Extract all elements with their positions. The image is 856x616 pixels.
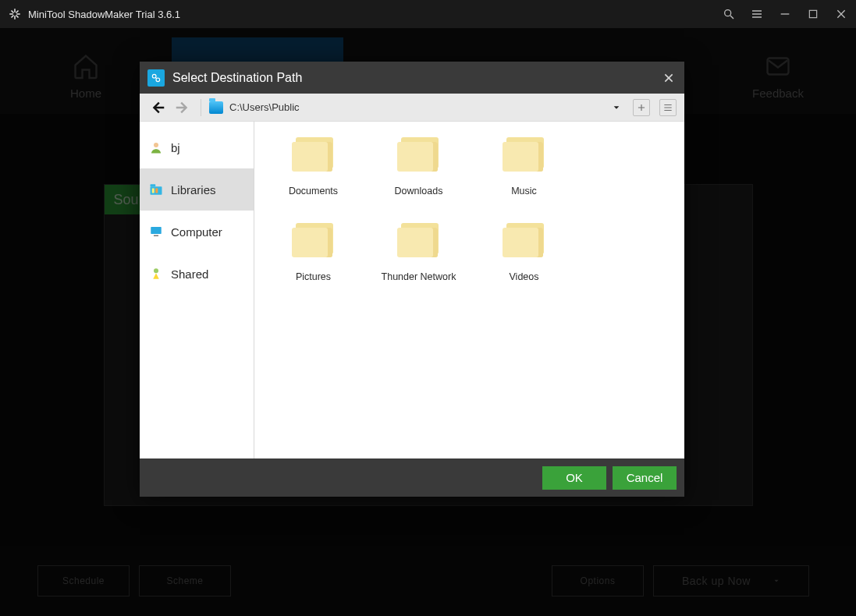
svg-rect-10 — [152, 189, 155, 193]
svg-point-7 — [154, 143, 158, 147]
folder-label: Music — [511, 186, 537, 196]
user-icon — [149, 140, 163, 154]
folder-videos[interactable]: Videos — [471, 218, 577, 304]
libraries-icon — [149, 182, 163, 196]
svg-rect-11 — [155, 189, 158, 193]
home-icon — [72, 52, 100, 80]
nav-back-button[interactable] — [147, 97, 168, 118]
folder-label: Thunder Network — [382, 271, 456, 282]
cancel-button[interactable]: Cancel — [613, 466, 677, 490]
folder-icon — [397, 223, 441, 257]
options-button[interactable]: Options — [552, 565, 644, 597]
nav-forward-button[interactable] — [172, 97, 193, 118]
close-icon[interactable] — [834, 7, 848, 21]
toolbar-separator — [201, 99, 201, 116]
path-dropdown-button[interactable] — [613, 104, 620, 112]
search-icon[interactable] — [722, 7, 736, 21]
bottom-bar: Schedule Scheme Options Back up Now — [0, 546, 856, 616]
folder-icon — [209, 101, 223, 114]
folder-label: Videos — [510, 271, 539, 282]
chevron-down-icon — [773, 577, 780, 585]
dialog-title: Select Destination Path — [172, 71, 661, 85]
sidebar-item-computer[interactable]: Computer — [140, 211, 254, 253]
dialog-toolbar: C:\Users\Public — [140, 94, 684, 122]
dialog-body: bj Libraries Computer Shared — [140, 122, 684, 458]
dialog-icon — [147, 69, 165, 87]
svg-rect-3 — [809, 10, 816, 17]
folder-icon — [292, 137, 336, 172]
maximize-icon[interactable] — [806, 7, 820, 21]
dialog-footer: OK Cancel — [140, 458, 684, 497]
folder-icon — [503, 137, 546, 172]
svg-rect-13 — [154, 235, 158, 237]
menu-icon[interactable] — [750, 7, 764, 21]
svg-point-0 — [725, 10, 731, 16]
sidebar-item-shared[interactable]: Shared — [140, 253, 254, 295]
tab-feedback[interactable]: Feedback — [723, 37, 833, 114]
folder-label: Documents — [289, 186, 338, 196]
folder-music[interactable]: Music — [471, 133, 577, 218]
folder-documents[interactable]: Documents — [261, 133, 366, 218]
folder-label: Pictures — [296, 271, 331, 282]
new-folder-button[interactable] — [633, 99, 650, 116]
folder-downloads[interactable]: Downloads — [366, 133, 471, 218]
folder-icon — [292, 223, 336, 257]
folder-thunder-network[interactable]: Thunder Network — [366, 218, 471, 304]
svg-point-5 — [152, 74, 156, 78]
select-destination-dialog: Select Destination Path C:\Users\Public — [140, 62, 684, 497]
shared-icon — [149, 267, 163, 281]
folder-icon — [397, 137, 441, 172]
tab-home-label: Home — [70, 87, 101, 100]
backup-now-button[interactable]: Back up Now — [653, 565, 809, 597]
sidebar-item-user[interactable]: bj — [140, 126, 254, 168]
folder-icon — [503, 223, 546, 257]
window-controls — [722, 7, 848, 21]
computer-icon — [149, 225, 163, 239]
path-text: C:\Users\Public — [229, 101, 300, 113]
sidebar-item-label: Libraries — [171, 183, 216, 196]
sidebar-item-label: Shared — [171, 267, 208, 281]
path-display[interactable]: C:\Users\Public — [209, 101, 608, 114]
sidebar-item-label: Computer — [171, 225, 222, 239]
app-logo-icon — [8, 7, 22, 21]
folder-pictures[interactable]: Pictures — [261, 218, 366, 304]
backup-now-label: Back up Now — [682, 575, 751, 587]
svg-point-14 — [154, 268, 158, 273]
ok-button[interactable]: OK — [542, 466, 606, 490]
schedule-button[interactable]: Schedule — [37, 565, 130, 597]
svg-line-1 — [730, 16, 733, 19]
minimize-icon[interactable] — [778, 7, 792, 21]
dialog-sidebar: bj Libraries Computer Shared — [140, 122, 254, 458]
sidebar-item-label: bj — [171, 141, 180, 154]
dialog-header: Select Destination Path — [140, 62, 684, 94]
titlebar: MiniTool ShadowMaker Trial 3.6.1 — [0, 0, 856, 28]
sidebar-item-libraries[interactable]: Libraries — [140, 168, 254, 211]
folder-label: Downloads — [395, 186, 443, 196]
tab-feedback-label: Feedback — [752, 87, 804, 100]
app-title: MiniTool ShadowMaker Trial 3.6.1 — [28, 9, 722, 20]
svg-rect-12 — [151, 227, 162, 234]
scheme-button[interactable]: Scheme — [139, 565, 231, 597]
dialog-close-button[interactable] — [661, 70, 677, 86]
svg-point-6 — [156, 78, 160, 82]
folder-grid: Documents Downloads Music Pictures Thund… — [254, 122, 684, 458]
view-list-button[interactable] — [659, 99, 677, 116]
svg-rect-9 — [151, 184, 156, 186]
feedback-icon — [764, 52, 792, 80]
